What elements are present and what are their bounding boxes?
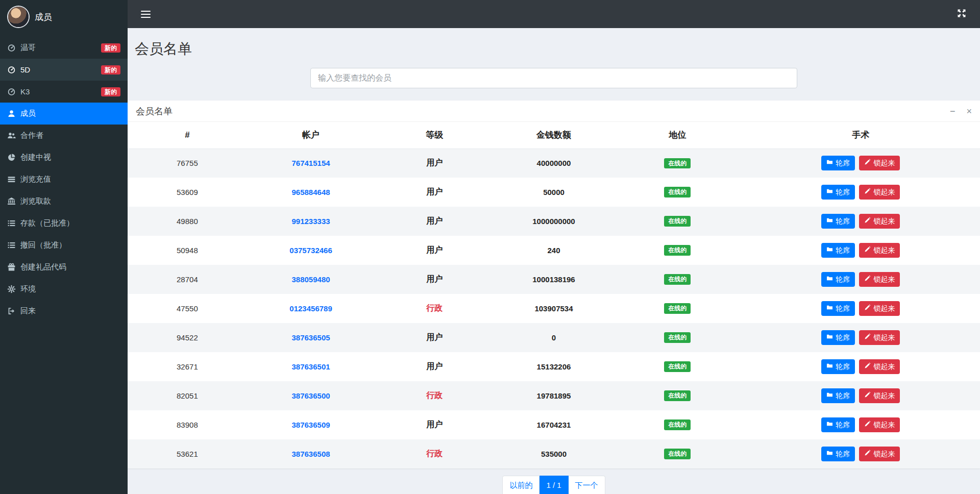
column-header: 金钱数额 — [494, 122, 614, 149]
sidebar-item-create-gift-code[interactable]: 创建礼品代码 — [0, 256, 128, 278]
view-button-label: 轮席 — [836, 333, 850, 342]
money-amount: 1000138196 — [532, 275, 575, 284]
member-id: 28704 — [128, 265, 247, 294]
lock-button-label: 锁起来 — [873, 275, 895, 284]
status-badge: 在线的 — [664, 303, 691, 313]
account-link[interactable]: 965884648 — [292, 188, 330, 196]
view-button[interactable]: 轮席 — [821, 243, 855, 258]
dashboard-icon — [7, 65, 20, 74]
sidebar-item-label: 合作者 — [20, 131, 43, 140]
sidebar-item-browse-withdraw[interactable]: 浏览取款 — [0, 190, 128, 212]
table-row: 475500123456789行政103907534在线的轮席锁起来 — [128, 294, 980, 323]
pencil-icon — [864, 391, 871, 400]
sidebar-item-withdrawals-approved[interactable]: 撤回（批准） — [0, 234, 128, 256]
sidebar-item-deposits-approved[interactable]: 存款（已批准） — [0, 212, 128, 234]
lock-button[interactable]: 锁起来 — [859, 301, 900, 316]
pagination-current[interactable]: 1 / 1 — [540, 476, 568, 494]
row-actions: 轮席锁起来 — [741, 185, 980, 200]
sidebar-item-members[interactable]: 成员 — [0, 103, 128, 125]
account-link[interactable]: 0375732466 — [289, 246, 332, 255]
view-button[interactable]: 轮席 — [821, 272, 855, 287]
sidebar-item-wenge[interactable]: 温哥新的 — [0, 37, 128, 59]
account-link[interactable]: 991233333 — [292, 217, 330, 226]
lock-button[interactable]: 锁起来 — [859, 243, 900, 258]
lock-button[interactable]: 锁起来 — [859, 388, 900, 403]
lock-button[interactable]: 锁起来 — [859, 185, 900, 200]
lock-button[interactable]: 锁起来 — [859, 156, 900, 170]
pagination-previous[interactable]: 以前的 — [502, 476, 540, 494]
hamburger-menu-button[interactable] — [141, 11, 151, 18]
main-area: 会员名单 会员名单 − × — [128, 0, 980, 494]
money-amount: 1000000000 — [532, 217, 575, 226]
member-id: 47550 — [128, 294, 247, 323]
minimize-button[interactable]: − — [950, 107, 955, 116]
sidebar-item-browse-recharge[interactable]: 浏览充值 — [0, 168, 128, 190]
sidebar-user-panel: 成员 — [0, 0, 128, 34]
account-link[interactable]: 0123456789 — [289, 304, 332, 313]
member-level: 用户 — [426, 158, 443, 167]
fullscreen-button[interactable] — [957, 8, 967, 20]
account-link[interactable]: 388059480 — [292, 275, 330, 284]
lock-button[interactable]: 锁起来 — [859, 330, 900, 345]
account-link[interactable]: 387636501 — [292, 362, 330, 371]
sidebar-item-create-view[interactable]: 创建中视 — [0, 146, 128, 168]
account-link[interactable]: 387636500 — [292, 391, 330, 400]
sidebar-item-partners[interactable]: 合作者 — [0, 125, 128, 146]
view-button[interactable]: 轮席 — [821, 359, 855, 374]
account-link[interactable]: 387636508 — [292, 450, 330, 458]
panel-tools: − × — [950, 107, 972, 116]
sidebar-item-label: 浏览充值 — [20, 175, 51, 184]
sidebar-item-environment[interactable]: 环境 — [0, 278, 128, 300]
list-icon — [7, 219, 20, 228]
view-button[interactable]: 轮席 — [821, 301, 855, 316]
members-table: #帐户等级金钱数额地位手术 76755767415154用户40000000在线… — [128, 122, 980, 468]
view-button[interactable]: 轮席 — [821, 417, 855, 432]
member-level: 用户 — [426, 275, 443, 283]
view-button[interactable]: 轮席 — [821, 156, 855, 170]
account-link[interactable]: 767415154 — [292, 159, 330, 167]
view-button[interactable]: 轮席 — [821, 330, 855, 345]
pencil-icon — [864, 421, 871, 429]
money-amount: 50000 — [543, 188, 565, 196]
folder-icon — [826, 275, 833, 284]
column-header: 帐户 — [247, 122, 375, 149]
search-input[interactable] — [310, 68, 797, 88]
member-id: 50948 — [128, 236, 247, 265]
column-header: 等级 — [375, 122, 494, 149]
lock-button[interactable]: 锁起来 — [859, 447, 900, 461]
sidebar-item-label: 温哥 — [20, 43, 36, 53]
money-amount: 16704231 — [537, 421, 571, 429]
sidebar-item-label: 成员 — [20, 109, 36, 118]
row-actions: 轮席锁起来 — [741, 330, 980, 345]
lock-button[interactable]: 锁起来 — [859, 417, 900, 432]
close-button[interactable]: × — [966, 107, 972, 116]
sidebar-item-back[interactable]: 回来 — [0, 300, 128, 322]
view-button[interactable]: 轮席 — [821, 447, 855, 461]
member-level: 用户 — [426, 245, 443, 254]
lock-button[interactable]: 锁起来 — [859, 359, 900, 374]
pencil-icon — [864, 450, 871, 458]
view-button[interactable]: 轮席 — [821, 388, 855, 403]
view-button-label: 轮席 — [836, 362, 850, 371]
view-button-label: 轮席 — [836, 304, 850, 313]
account-link[interactable]: 387636505 — [292, 333, 330, 342]
money-icon — [7, 175, 20, 184]
lock-button-label: 锁起来 — [873, 246, 895, 255]
sidebar-item-label: K3 — [20, 87, 30, 96]
member-level: 用户 — [426, 362, 443, 370]
row-actions: 轮席锁起来 — [741, 243, 980, 258]
table-row: 28704388059480用户1000138196在线的轮席锁起来 — [128, 265, 980, 294]
lock-button-label: 锁起来 — [873, 304, 895, 313]
money-amount: 103907534 — [534, 304, 573, 313]
pencil-icon — [864, 246, 871, 255]
account-link[interactable]: 387636509 — [292, 421, 330, 429]
lock-button[interactable]: 锁起来 — [859, 214, 900, 229]
pagination-next[interactable]: 下一个 — [569, 476, 605, 494]
member-id: 32671 — [128, 352, 247, 381]
sidebar-item-k3[interactable]: K3新的 — [0, 81, 128, 103]
column-header: # — [128, 122, 247, 149]
sidebar-item-5d[interactable]: 5D新的 — [0, 59, 128, 81]
view-button[interactable]: 轮席 — [821, 185, 855, 200]
view-button[interactable]: 轮席 — [821, 214, 855, 229]
lock-button[interactable]: 锁起来 — [859, 272, 900, 287]
